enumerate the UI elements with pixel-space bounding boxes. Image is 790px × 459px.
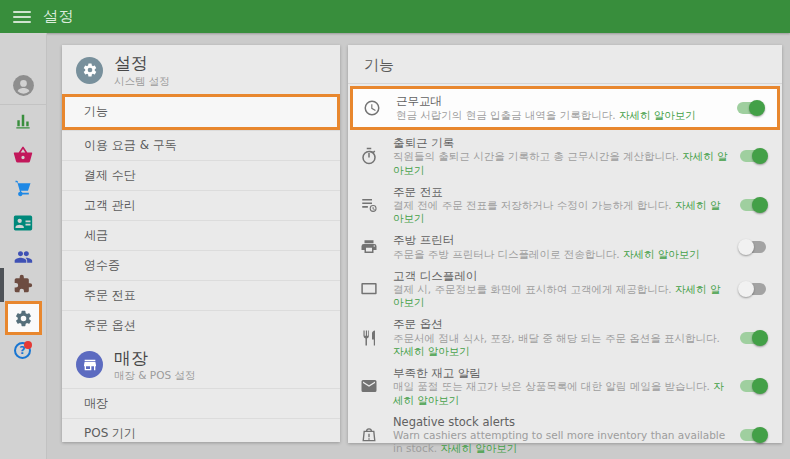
feature-title: 부족한 재고 알림 <box>393 366 730 380</box>
feature-row: 주문 전표결제 전에 주문 전표를 저장하거나 수정이 가능하게 합니다. 자세… <box>348 181 782 230</box>
app-window: 설정 ? 설정 시스템 설정 기능이용 요금 & 구독결제 수단고객 관리세금영… <box>0 0 790 459</box>
store-section-header: 매장 매장 & POS 설정 <box>62 340 340 389</box>
feature-row: 주문 옵션주문서에 점내 식사, 포장, 배달 중 해당 되는 주문 옵션을 표… <box>348 313 782 362</box>
settings-menu-item[interactable]: 세금 <box>62 220 340 250</box>
feature-title: Negative stock alerts <box>393 415 730 429</box>
rail-item-employees[interactable] <box>13 213 33 233</box>
feature-description: 주문을 주방 프린터나 디스플레이로 전송합니다. 자세히 알아보기 <box>393 248 730 261</box>
inventory-icon <box>13 179 33 199</box>
reports-icon <box>13 111 33 131</box>
timer-icon <box>360 147 386 165</box>
feature-row: Negative stock alertsWarn cashiers attem… <box>348 411 782 459</box>
rail-divider <box>0 104 47 105</box>
settings-menu-item[interactable]: 영수증 <box>62 250 340 280</box>
settings-menu-item[interactable]: 매장 <box>62 388 340 418</box>
feature-row: 주방 프린터주문을 주방 프린터나 디스플레이로 전송합니다. 자세히 알아보기 <box>348 229 782 265</box>
items-icon <box>13 145 33 165</box>
features-panel-title: 기능 <box>348 45 782 84</box>
feature-title: 주문 옵션 <box>393 317 730 331</box>
settings-menu-item[interactable]: 주문 전표 <box>62 280 340 310</box>
feature-title: 출퇴근 기록 <box>393 136 730 150</box>
settings-menu-item[interactable]: POS 기기 <box>62 418 340 448</box>
learn-more-link[interactable]: 자세히 알아보기 <box>393 345 470 357</box>
settings-menu-item[interactable]: 결제 수단 <box>62 160 340 190</box>
feature-description: 현금 서랍기의 현금 입출금 내역을 기록합니다. 자세히 알아보기 <box>396 109 727 122</box>
integrations-icon <box>13 274 33 294</box>
account-icon <box>11 73 36 98</box>
notification-badge <box>24 341 32 349</box>
settings-menu-list: 기능이용 요금 & 구독결제 수단고객 관리세금영수증주문 전표주문 옵션 <box>62 94 340 340</box>
rail-item-reports[interactable] <box>13 111 33 131</box>
feature-toggle[interactable] <box>735 99 765 117</box>
feature-toggle[interactable] <box>738 238 768 256</box>
rail-item-help[interactable]: ? <box>13 341 33 361</box>
feature-description: 결제 시, 주문정보를 화면에 표시하여 고객에게 제공합니다. 자세히 알아보… <box>393 283 730 309</box>
feature-row: 부족한 재고 알림매일 품절 또는 재고가 낮은 상품목록에 대한 알림 메일을… <box>348 362 782 411</box>
feature-toggle[interactable] <box>738 196 768 214</box>
settings-menu-item[interactable]: 기능 <box>62 94 340 130</box>
selected-rail-indicator <box>0 268 4 302</box>
clock-icon <box>363 99 389 117</box>
rail-item-customers[interactable] <box>13 247 33 267</box>
feature-title: 주문 전표 <box>393 185 730 199</box>
nav-rail: ? <box>0 33 47 459</box>
learn-more-link[interactable]: 자세히 알아보기 <box>623 248 700 260</box>
feature-description: 매일 품절 또는 재고가 낮은 상품목록에 대한 알림 메일을 받습니다. 자세… <box>393 380 730 406</box>
store-section-subtitle: 매장 & POS 설정 <box>114 369 195 381</box>
rail-item-inventory[interactable] <box>13 179 33 199</box>
settings-menu-item[interactable]: 이용 요금 & 구독 <box>62 130 340 160</box>
display-icon <box>360 280 386 298</box>
rail-item-integrations[interactable] <box>13 274 33 294</box>
feature-toggle[interactable] <box>738 280 768 298</box>
store-section-title: 매장 <box>114 349 195 369</box>
settings-icon <box>14 309 33 328</box>
settings-menu-item[interactable]: 주문 옵션 <box>62 310 340 340</box>
learn-more-link[interactable]: 자세히 알아보기 <box>440 442 517 454</box>
features-list: 근무교대현금 서랍기의 현금 입출금 내역을 기록합니다. 자세히 알아보기출퇴… <box>348 84 782 459</box>
feature-toggle[interactable] <box>738 147 768 165</box>
customers-icon <box>13 247 33 267</box>
feature-title: 고객 디스플레이 <box>393 269 730 283</box>
feature-row: 출퇴근 기록직원들의 출퇴근 시간을 기록하고 총 근무시간을 계산합니다. 자… <box>348 132 782 181</box>
feature-description: 주문서에 점내 식사, 포장, 배달 중 해당 되는 주문 옵션을 표시합니다.… <box>393 332 730 358</box>
settings-menu-item[interactable]: 고객 관리 <box>62 190 340 220</box>
menu-icon[interactable] <box>13 11 31 23</box>
store-menu-list: 매장POS 기기 <box>62 388 340 448</box>
feature-toggle[interactable] <box>738 329 768 347</box>
feature-description: 결제 전에 주문 전표를 저장하거나 수정이 가능하게 합니다. 자세히 알아보… <box>393 199 730 225</box>
settings-section-title: 설정 <box>114 54 170 74</box>
store-section-icon <box>76 351 103 378</box>
feature-description: 직원들의 출퇴근 시간을 기록하고 총 근무시간을 계산합니다. 자세히 알아보… <box>393 150 730 176</box>
settings-section-header: 설정 시스템 설정 <box>62 45 340 94</box>
mail-icon <box>360 377 386 395</box>
rail-item-items[interactable] <box>13 145 33 165</box>
settings-section-subtitle: 시스템 설정 <box>114 75 170 87</box>
feature-row: 고객 디스플레이결제 시, 주문정보를 화면에 표시하여 고객에게 제공합니다.… <box>348 265 782 314</box>
employees-icon <box>13 213 33 233</box>
learn-more-link[interactable]: 자세히 알아보기 <box>619 109 696 121</box>
rail-item-settings[interactable] <box>5 301 42 335</box>
app-bar: 설정 <box>0 0 790 33</box>
feature-description: Warn cashiers attempting to sell more in… <box>393 429 730 455</box>
stock-alert-icon <box>360 426 386 444</box>
feature-title: 근무교대 <box>396 94 727 108</box>
settings-section-icon <box>76 57 103 84</box>
open-ticket-icon <box>360 196 386 214</box>
feature-toggle[interactable] <box>738 377 768 395</box>
settings-menu-panel: 설정 시스템 설정 기능이용 요금 & 구독결제 수단고객 관리세금영수증주문 … <box>62 45 340 442</box>
printer-icon <box>360 238 386 256</box>
features-panel: 기능 근무교대현금 서랍기의 현금 입출금 내역을 기록합니다. 자세히 알아보… <box>348 45 782 443</box>
feature-title: 주방 프린터 <box>393 233 730 247</box>
feature-row: 근무교대현금 서랍기의 현금 입출금 내역을 기록합니다. 자세히 알아보기 <box>350 86 780 130</box>
page-title: 설정 <box>43 7 74 26</box>
feature-toggle[interactable] <box>738 426 768 444</box>
help-icon: ? <box>14 342 31 359</box>
rail-item-account[interactable] <box>11 73 36 98</box>
dining-icon <box>360 329 386 347</box>
